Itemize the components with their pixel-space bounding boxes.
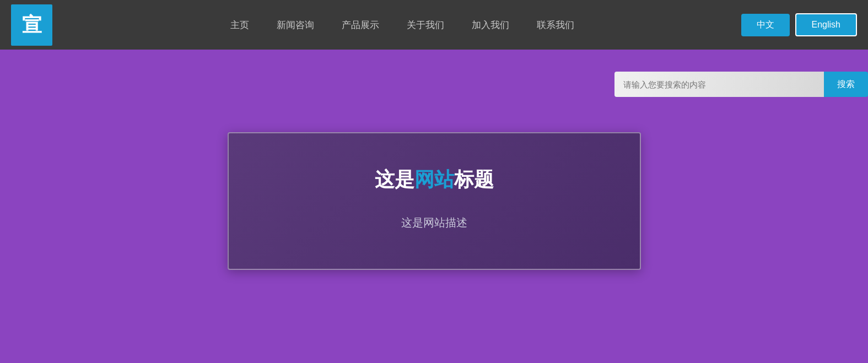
hero-title-prefix: 这是 (375, 168, 414, 191)
nav-link-about[interactable]: 关于我们 (407, 19, 444, 31)
hero-title-suffix: 标题 (454, 168, 494, 191)
nav-link-join[interactable]: 加入我们 (472, 19, 509, 31)
hero-description: 这是网站描述 (251, 215, 618, 230)
search-input[interactable] (614, 72, 824, 97)
lang-zh-button[interactable]: 中文 (741, 14, 790, 36)
hero-title-highlight: 网站 (414, 168, 454, 191)
search-bar: 搜索 (614, 72, 868, 97)
navbar: 宣 主页 新闻咨询 产品展示 关于我们 加入我们 联系我们 中文 English (0, 0, 868, 50)
search-button[interactable]: 搜索 (824, 72, 868, 97)
nav-link-home[interactable]: 主页 (230, 19, 249, 31)
lang-buttons: 中文 English (741, 13, 857, 36)
hero-title: 这是网站标题 (251, 166, 618, 193)
nav-link-products[interactable]: 产品展示 (342, 19, 379, 31)
hero-card: 这是网站标题 这是网站描述 (228, 132, 641, 270)
lang-en-button[interactable]: English (795, 13, 857, 36)
nav-link-news[interactable]: 新闻咨询 (277, 19, 314, 31)
logo-text: 宣 (22, 12, 42, 39)
main-content: 搜索 这是网站标题 这是网站描述 (0, 50, 868, 363)
nav-link-contact[interactable]: 联系我们 (537, 19, 574, 31)
logo[interactable]: 宣 (11, 4, 52, 46)
nav-links: 主页 新闻咨询 产品展示 关于我们 加入我们 联系我们 (74, 19, 730, 31)
